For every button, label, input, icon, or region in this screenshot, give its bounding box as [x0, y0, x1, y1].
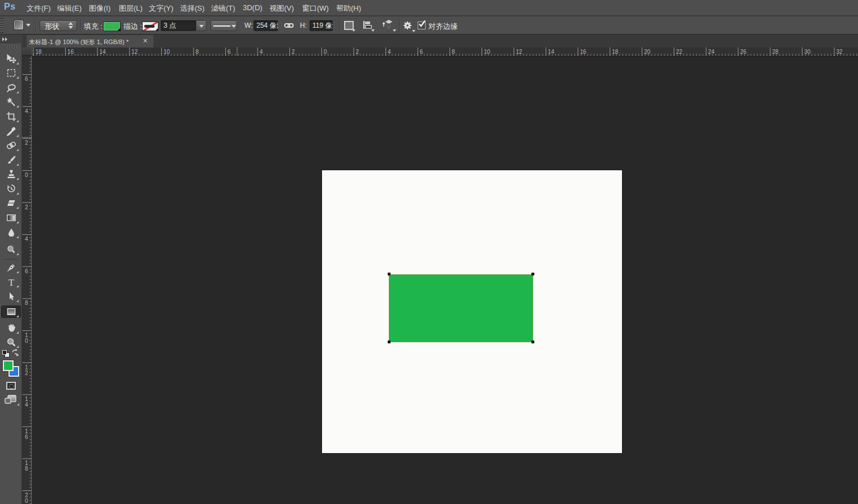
svg-text:2: 2 — [25, 140, 28, 146]
svg-text:8: 8 — [196, 49, 199, 55]
svg-text:6: 6 — [420, 49, 423, 55]
svg-text:28: 28 — [772, 49, 779, 55]
svg-text:2: 2 — [25, 204, 28, 210]
svg-text:12: 12 — [516, 49, 523, 55]
svg-text:26: 26 — [740, 49, 747, 55]
svg-text:16: 16 — [67, 49, 74, 55]
svg-text:2: 2 — [291, 49, 295, 55]
svg-text:0: 0 — [324, 49, 327, 55]
svg-text:0: 0 — [25, 172, 28, 178]
svg-text:2: 2 — [25, 370, 28, 376]
svg-text:12: 12 — [131, 49, 138, 55]
svg-text:4: 4 — [25, 108, 28, 114]
svg-text:18: 18 — [36, 49, 42, 55]
svg-text:18: 18 — [612, 49, 619, 55]
svg-text:4: 4 — [260, 49, 263, 55]
svg-text:4: 4 — [388, 49, 391, 55]
svg-text:24: 24 — [708, 49, 715, 55]
svg-text:6: 6 — [25, 268, 28, 274]
svg-text:10: 10 — [484, 49, 491, 55]
svg-text:6: 6 — [25, 76, 28, 82]
svg-text:22: 22 — [676, 49, 683, 55]
svg-text:8: 8 — [25, 300, 28, 306]
svg-text:30: 30 — [804, 49, 811, 55]
svg-text:14: 14 — [100, 49, 106, 55]
svg-text:14: 14 — [548, 49, 555, 55]
svg-text:8: 8 — [25, 466, 28, 472]
svg-text:6: 6 — [25, 434, 28, 440]
svg-text:20: 20 — [644, 49, 651, 55]
svg-text:4: 4 — [25, 236, 28, 242]
svg-text:32: 32 — [836, 49, 843, 55]
svg-text:8: 8 — [452, 49, 455, 55]
svg-text:16: 16 — [580, 49, 587, 55]
svg-text:4: 4 — [25, 402, 28, 408]
svg-text:T: T — [8, 278, 14, 286]
svg-text:10: 10 — [164, 49, 170, 55]
svg-text:0: 0 — [25, 338, 28, 344]
svg-text:6: 6 — [228, 49, 231, 55]
svg-text:2: 2 — [356, 49, 359, 55]
svg-text:0: 0 — [25, 498, 28, 504]
